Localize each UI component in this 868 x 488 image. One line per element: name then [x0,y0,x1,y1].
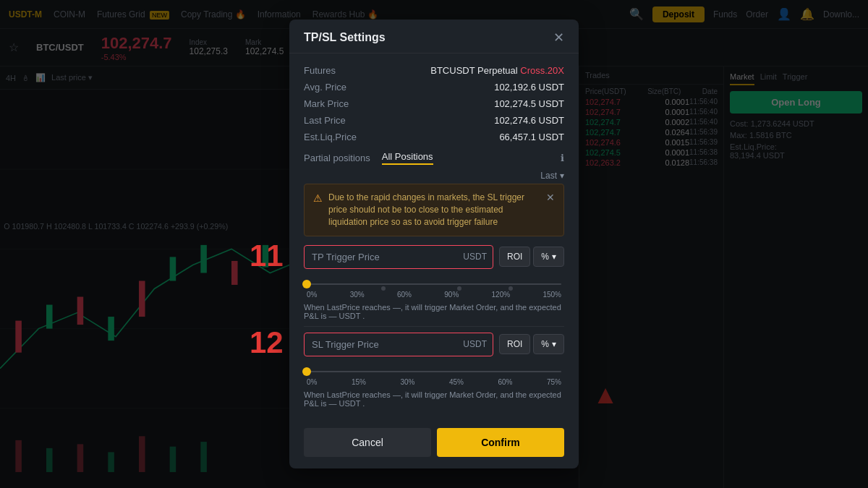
tp-input-group: USDT [304,245,493,269]
tp-tick-60 [457,286,461,291]
warning-icon: ⚠ [313,192,323,204]
modal-header: TP/SL Settings ✕ [289,20,579,53]
number-label-11: 11 [250,239,284,273]
sl-tick-60: 60% [498,378,512,386]
tp-slider-ticks: 0% 30% 60% 90% 120% 150% [304,291,564,299]
tp-slider-track[interactable] [307,283,561,285]
sl-pct-select[interactable]: % ▾ [533,334,564,354]
modal-footer: Cancel Confirm [289,419,579,468]
warning-text: Due to the rapid changes in markets, the… [328,192,540,228]
last-price-value: 102,274.6 USDT [494,115,564,126]
tpsl-modal: TP/SL Settings ✕ Futures BTCUSDT Perpetu… [289,20,579,468]
sl-chevron-icon: ▾ [552,339,556,349]
tp-sl-divider [304,326,564,327]
avg-price-row: Avg. Price 102,192.6 USDT [304,82,564,93]
tp-tick-0: 0% [307,291,317,299]
confirm-button[interactable]: Confirm [437,428,564,457]
tab-partial-positions[interactable]: Partial positions [304,153,370,163]
warning-close-button[interactable]: ✕ [546,192,555,203]
tp-slider-thumb[interactable] [302,280,311,288]
sl-slider-thumb[interactable] [302,367,311,376]
futures-cross: Cross.20X [520,65,564,76]
tp-trigger-price-input[interactable] [305,246,463,268]
tp-right-group: ROI % ▾ [499,247,564,267]
last-select: Last ▾ [304,171,564,181]
tp-chevron-icon: ▾ [552,252,556,262]
sl-trigger-price-input[interactable] [305,333,463,356]
modal-body: Futures BTCUSDT Perpetual Cross.20X Avg.… [289,53,579,419]
info-icon: ℹ [561,153,564,163]
tp-tick-30 [381,286,386,291]
tp-tick-30-label: 30% [350,291,365,299]
est-liq-label: Est.Liq.Price [304,132,357,142]
sl-tick-30: 30% [400,378,414,386]
number-label-12: 12 [250,325,284,360]
sl-tick-75: 75% [547,378,561,386]
tp-tick-60-label: 60% [397,291,412,299]
sl-roi-button[interactable]: ROI [499,334,530,354]
last-price-label: Last Price [304,115,346,126]
tp-input-row: USDT ROI % ▾ [304,245,564,269]
warning-box: ⚠ Due to the rapid changes in markets, t… [304,184,564,236]
futures-label: Futures [304,65,336,76]
chevron-down-icon: ▾ [560,171,564,181]
sl-when-text: When LastPrice reaches —, it will trigge… [304,390,564,408]
tab-all-positions[interactable]: All Positions [382,151,433,165]
modal-title: TP/SL Settings [304,31,386,44]
sl-input-group: USDT [304,333,493,356]
sl-suffix: USDT [463,339,493,349]
tp-suffix: USDT [463,252,493,262]
sl-tick-15: 15% [352,378,366,386]
futures-value: BTCUSDT Perpetual Cross.20X [430,65,564,76]
tp-tick-90 [509,286,513,291]
modal-close-button[interactable]: ✕ [553,31,564,44]
sl-tick-45: 45% [449,378,464,386]
tp-when-text: When LastPrice reaches —, it will trigge… [304,303,564,320]
modal-overlay: 11 12 TP/SL Settings ✕ Futures BTCUSDT P… [0,0,868,488]
avg-price-value: 102,192.6 USDT [494,82,564,93]
position-tabs: Partial positions All Positions ℹ [304,151,564,165]
sl-slider-track[interactable] [307,371,561,372]
cancel-button[interactable]: Cancel [304,428,431,457]
futures-row: Futures BTCUSDT Perpetual Cross.20X [304,65,564,76]
mark-price-label: Mark Price [304,98,349,109]
tp-pct-select[interactable]: % ▾ [533,247,564,267]
sl-slider-ticks: 0% 15% 30% 45% 60% 75% [304,378,564,386]
tp-slider-container: 0% 30% 60% 90% 120% 150% [304,275,564,300]
est-liq-value: 66,457.1 USDT [499,132,564,142]
sl-right-group: ROI % ▾ [499,334,564,354]
tp-tick-90-label: 90% [444,291,459,299]
est-liq-row: Est.Liq.Price 66,457.1 USDT [304,132,564,142]
last-price-row: Last Price 102,274.6 USDT [304,115,564,126]
sl-input-row: USDT ROI % ▾ [304,333,564,356]
sl-tick-0: 0% [307,378,317,386]
tp-tick-120-label: 120% [492,291,511,299]
sl-slider-container: 0% 15% 30% 45% 60% 75% [304,362,564,388]
mark-price-value: 102,274.5 USDT [494,98,564,109]
mark-price-row: Mark Price 102,274.5 USDT [304,98,564,109]
tp-roi-button[interactable]: ROI [499,247,530,267]
avg-price-label: Avg. Price [304,82,346,93]
tp-tick-150-label: 150% [542,291,561,299]
